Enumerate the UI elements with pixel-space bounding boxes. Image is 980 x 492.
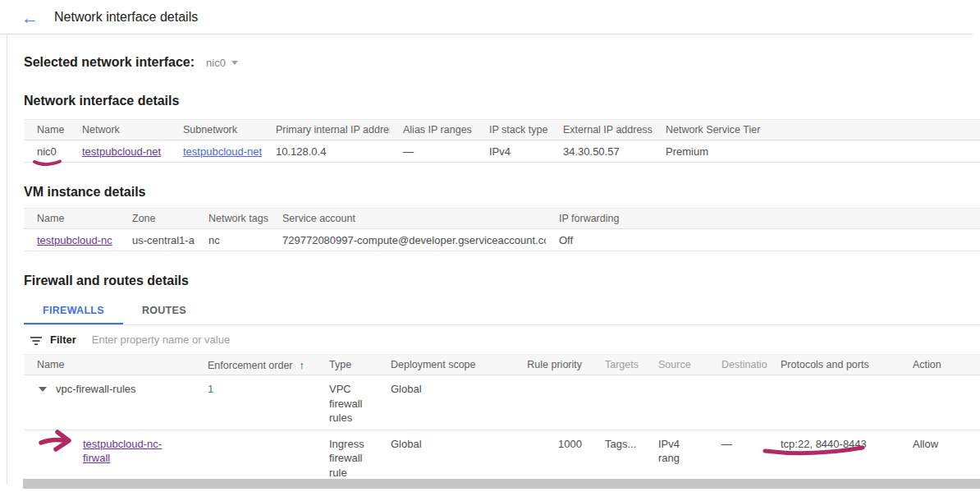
col-action: Action bbox=[900, 355, 980, 375]
filter-input[interactable] bbox=[90, 333, 438, 347]
col-network: Network bbox=[69, 120, 170, 140]
filter-label: Filter bbox=[50, 333, 76, 346]
cell-group-name: vpc-firewall-rules bbox=[56, 382, 136, 397]
cell-service-account: 729772080997-compute@developer.gservicea… bbox=[269, 229, 546, 251]
col-targets: Targets bbox=[592, 355, 645, 375]
network-link[interactable]: testpubcloud-net bbox=[82, 145, 161, 158]
cell-network: testpubcloud-net bbox=[69, 140, 170, 163]
cell-type: Ingress firewall rule bbox=[316, 430, 378, 485]
section-title-network-interface: Network interface details bbox=[24, 94, 980, 108]
table-row-vpc-firewall-rules: vpc-firewall-rules 1 VPC firewall rules … bbox=[24, 375, 980, 430]
network-interface-details-page: ← Network interface details Selected net… bbox=[0, 0, 980, 485]
cell-action bbox=[900, 375, 980, 430]
col-ip-forwarding: IP forwarding bbox=[546, 209, 980, 229]
cell-targets bbox=[592, 375, 645, 430]
top-bar: ← Network interface details bbox=[0, 0, 980, 34]
cell-destination bbox=[708, 375, 767, 430]
col-primary-internal-ip: Primary internal IP address bbox=[263, 120, 390, 140]
section-title-firewall-routes: Firewall and routes details bbox=[24, 274, 980, 288]
col-service-account: Service account bbox=[269, 209, 546, 229]
vm-instance-table: Name Zone Network tags Service account I… bbox=[24, 208, 980, 251]
table-row-firewall-rule: testpubcloud-nc-firwall Ingress firewall… bbox=[24, 430, 980, 485]
content-panel: Selected network interface: nic0 Network… bbox=[7, 34, 980, 485]
cell-vm-name: testpubcloud-nc bbox=[24, 229, 119, 251]
col-deployment-scope: Deployment scope bbox=[378, 355, 514, 375]
cell-source bbox=[645, 375, 708, 430]
subnetwork-link[interactable]: testpubcloud-net bbox=[183, 145, 262, 158]
tab-routes[interactable]: ROUTES bbox=[123, 299, 205, 323]
vm-instance-link[interactable]: testpubcloud-nc bbox=[37, 234, 112, 246]
col-network-service-tier: Network Service Tier bbox=[653, 120, 980, 140]
col-subnetwork: Subnetwork bbox=[170, 120, 263, 140]
col-name: Name bbox=[24, 209, 119, 229]
cell-zone: us-central1-a bbox=[119, 229, 195, 251]
table-row: testpubcloud-nc us-central1-a nc 7297720… bbox=[24, 229, 980, 251]
chevron-down-icon bbox=[231, 61, 238, 65]
col-zone: Zone bbox=[119, 209, 195, 229]
col-name: Name bbox=[24, 120, 69, 140]
cell-rule-priority bbox=[514, 375, 592, 430]
back-arrow-icon[interactable]: ← bbox=[21, 9, 39, 26]
cell-deployment-scope: Global bbox=[378, 430, 514, 485]
cell-nic-name: nic0 bbox=[24, 140, 69, 163]
firewall-routes-tabs: FIREWALLS ROUTES bbox=[24, 299, 980, 325]
sort-ascending-icon: ↑ bbox=[300, 359, 305, 371]
cell-alias-ranges: — bbox=[390, 140, 476, 163]
cell-enforcement-order: 1 bbox=[208, 383, 213, 395]
col-enforcement-order[interactable]: Enforcement order↑ bbox=[195, 355, 316, 375]
cell-targets: Tags... bbox=[592, 430, 645, 485]
col-rule-priority: Rule priority bbox=[514, 355, 592, 375]
cell-enforcement-order bbox=[195, 430, 316, 485]
col-external-ip: External IP address bbox=[550, 120, 653, 140]
filter-icon bbox=[30, 335, 43, 347]
cell-deployment-scope: Global bbox=[378, 375, 514, 430]
section-title-vm-instance: VM instance details bbox=[24, 185, 980, 200]
table-header-row: Name Zone Network tags Service account I… bbox=[24, 209, 980, 229]
col-destination: Destination bbox=[708, 355, 767, 375]
cell-source: IPv4 rang bbox=[645, 430, 708, 485]
cell-tags: nc bbox=[195, 229, 269, 251]
interface-selector-row: Selected network interface: nic0 bbox=[24, 34, 980, 70]
firewall-rule-link[interactable]: testpubcloud-nc-firwall bbox=[83, 438, 162, 465]
cell-service-tier: Premium bbox=[653, 140, 980, 163]
tab-firewalls[interactable]: FIREWALLS bbox=[24, 299, 123, 324]
horizontal-scrollbar[interactable] bbox=[23, 479, 980, 489]
cell-protocols-ports: tcp:22, 8440-8443 bbox=[767, 430, 900, 485]
cell-subnetwork: testpubcloud-net bbox=[170, 140, 263, 163]
cell-type: VPC firewall rules bbox=[316, 375, 378, 430]
table-header-row: Name Network Subnetwork Primary internal… bbox=[24, 120, 980, 140]
cell-stack-type: IPv4 bbox=[476, 140, 550, 163]
col-ip-stack-type: IP stack type bbox=[476, 120, 550, 140]
page-title: Network interface details bbox=[54, 10, 198, 25]
cell-action: Allow bbox=[900, 430, 980, 485]
col-alias-ip-ranges: Alias IP ranges bbox=[390, 120, 476, 140]
cell-external-ip: 34.30.50.57 bbox=[550, 140, 653, 163]
cell-internal-ip: 10.128.0.4 bbox=[263, 140, 390, 163]
cell-protocols-ports bbox=[767, 375, 900, 430]
cell-ip-forwarding: Off bbox=[546, 229, 980, 251]
col-network-tags: Network tags bbox=[195, 209, 269, 229]
firewalls-table: Name Enforcement order↑ Type Deployment … bbox=[24, 354, 980, 485]
interface-selector-label: Selected network interface: bbox=[24, 55, 195, 70]
col-source: Source bbox=[645, 355, 708, 375]
table-row: nic0 testpubcloud-net testpubcloud-net 1… bbox=[24, 140, 980, 163]
cell-rule-priority: 1000 bbox=[514, 430, 592, 485]
cell-destination: — bbox=[708, 430, 767, 485]
col-type: Type bbox=[316, 355, 378, 375]
filter-bar: Filter bbox=[24, 325, 980, 354]
network-interface-table: Name Network Subnetwork Primary internal… bbox=[24, 119, 980, 163]
interface-selector-value: nic0 bbox=[206, 57, 226, 69]
interface-selector-dropdown[interactable]: nic0 bbox=[206, 57, 238, 69]
collapse-row-icon[interactable] bbox=[39, 387, 47, 392]
col-protocols-ports: Protocols and ports bbox=[767, 355, 900, 375]
table-header-row: Name Enforcement order↑ Type Deployment … bbox=[24, 355, 980, 375]
col-name: Name bbox=[24, 355, 195, 375]
